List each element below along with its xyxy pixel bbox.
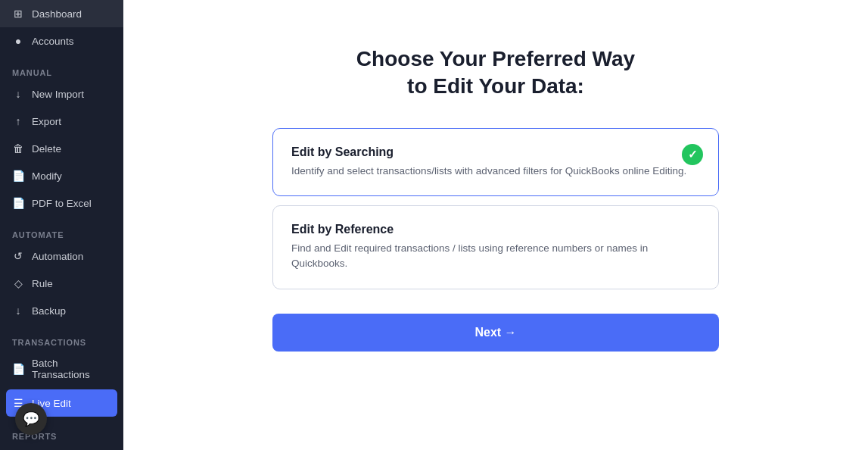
accounts-icon: ● <box>12 35 24 47</box>
sidebar-item-dashboard[interactable]: ⊞Dashboard <box>0 0 123 27</box>
sidebar-item-export[interactable]: ↑Export <box>0 108 123 135</box>
sidebar-item-label-dashboard: Dashboard <box>32 8 82 20</box>
delete-icon: 🗑 <box>12 142 24 155</box>
sidebar-item-label-pdf-to-excel: PDF to Excel <box>32 198 92 209</box>
sidebar-item-label-new-import: New Import <box>32 89 84 100</box>
main-content: Choose Your Preferred Way to Edit Your D… <box>123 0 868 450</box>
modify-icon: 📄 <box>12 170 24 182</box>
chat-icon: 💬 <box>23 411 39 427</box>
chat-bubble[interactable]: 💬 <box>15 403 47 435</box>
sidebar-item-label-rule: Rule <box>32 278 53 289</box>
check-icon-search: ✓ <box>682 144 703 165</box>
sidebar-item-label-accounts: Accounts <box>32 36 74 47</box>
pdf-to-excel-icon: 📄 <box>12 197 24 209</box>
sidebar-section-manual: MANUAL <box>0 61 123 80</box>
sidebar-item-pdf-to-excel[interactable]: 📄PDF to Excel <box>0 189 123 217</box>
options-container: Edit by Searching Identify and select tr… <box>272 128 719 352</box>
sidebar: ⊞Dashboard●AccountsMANUAL↓New Import↑Exp… <box>0 0 123 450</box>
export-icon: ↑ <box>12 115 24 127</box>
dashboard-icon: ⊞ <box>12 8 24 20</box>
sidebar-item-label-batch-transactions: Batch Transactions <box>32 358 111 380</box>
sidebar-section-transactions: TRANSACTIONS <box>0 330 123 350</box>
sidebar-item-accounts[interactable]: ●Accounts <box>0 27 123 55</box>
sidebar-item-backup[interactable]: ↓Backup <box>0 297 123 324</box>
backup-icon: ↓ <box>12 305 24 317</box>
sidebar-item-delete[interactable]: 🗑Delete <box>0 135 123 162</box>
sidebar-item-insights[interactable]: ⚡Insights <box>0 444 123 450</box>
option-card-reference[interactable]: Edit by Reference Find and Edit required… <box>272 205 719 289</box>
option-card-search[interactable]: Edit by Searching Identify and select tr… <box>272 128 719 196</box>
sidebar-item-modify[interactable]: 📄Modify <box>0 162 123 189</box>
sidebar-item-label-modify: Modify <box>32 170 62 182</box>
sidebar-item-label-export: Export <box>32 116 61 127</box>
sidebar-item-label-delete: Delete <box>32 143 61 155</box>
automation-icon: ↺ <box>12 250 24 262</box>
sidebar-item-new-import[interactable]: ↓New Import <box>0 80 123 108</box>
sidebar-item-batch-transactions[interactable]: 📄Batch Transactions <box>0 350 123 388</box>
sidebar-section-automate: AUTOMATE <box>0 223 123 242</box>
sidebar-item-automation[interactable]: ↺Automation <box>0 242 123 270</box>
sidebar-item-rule[interactable]: ◇Rule <box>0 270 123 297</box>
sidebar-item-label-backup: Backup <box>32 305 66 317</box>
option-title-reference: Edit by Reference <box>291 223 700 236</box>
batch-transactions-icon: 📄 <box>12 363 24 375</box>
option-desc-reference: Find and Edit required transactions / li… <box>291 241 700 272</box>
next-button[interactable]: Next → <box>272 314 719 352</box>
new-import-icon: ↓ <box>12 88 24 100</box>
option-title-search: Edit by Searching <box>291 145 700 159</box>
rule-icon: ◇ <box>12 277 24 289</box>
option-desc-search: Identify and select transactions/lists w… <box>291 164 700 179</box>
page-title: Choose Your Preferred Way to Edit Your D… <box>356 45 635 101</box>
sidebar-item-label-automation: Automation <box>32 251 83 262</box>
